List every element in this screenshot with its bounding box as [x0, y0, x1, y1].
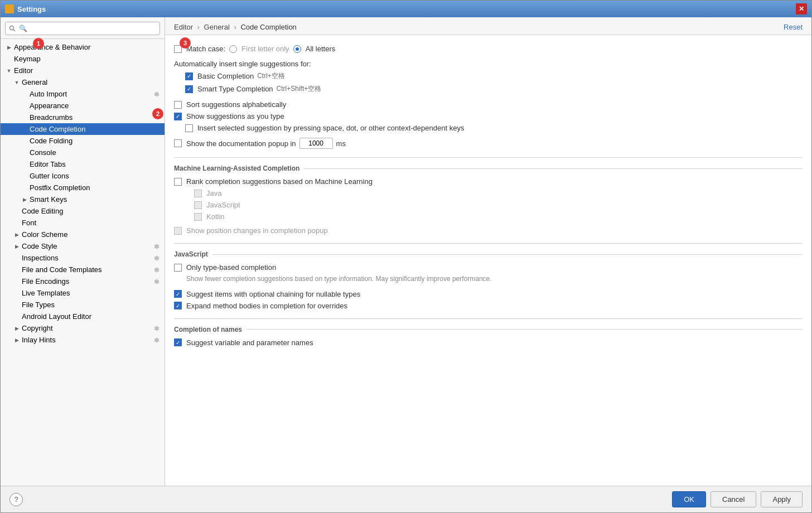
sidebar-item-label: Color Scheme: [22, 230, 160, 239]
java-label: Java: [206, 189, 221, 197]
show-position-row: Show position changes in completion popu…: [174, 225, 803, 236]
reset-button[interactable]: Reset: [784, 23, 803, 31]
optional-chaining-checkbox[interactable]: [174, 290, 182, 298]
sidebar-item-general[interactable]: ▼ General: [1, 76, 165, 88]
sidebar-item-font[interactable]: Font: [1, 217, 165, 229]
basic-completion-checkbox[interactable]: [185, 72, 193, 80]
smart-type-label: Smart Type Completion: [197, 85, 273, 93]
show-suggestions-checkbox[interactable]: [174, 113, 182, 120]
expand-method-row: Expand method bodies in completion for o…: [174, 300, 803, 312]
expand-icon: ▼: [5, 67, 13, 75]
gear-icon: [153, 267, 160, 273]
expand-spacer: [21, 161, 28, 168]
insert-space-checkbox[interactable]: [185, 124, 193, 132]
gear-icon: [153, 91, 160, 98]
sidebar-item-code-editing[interactable]: Code Editing: [1, 205, 165, 217]
divider-names: [174, 318, 803, 319]
sidebar-item-copyright[interactable]: ▶ Copyright: [1, 322, 165, 334]
sort-alpha-label: Sort suggestions alphabetically: [186, 100, 286, 109]
ms-label: ms: [336, 139, 346, 148]
kotlin-label: Kotlin: [206, 212, 225, 221]
apply-button[interactable]: Apply: [761, 491, 803, 507]
sidebar-item-file-types[interactable]: File Types: [1, 299, 165, 311]
rank-ml-checkbox[interactable]: [174, 178, 182, 186]
smart-type-checkbox[interactable]: [185, 85, 193, 93]
suggest-variable-label: Suggest variable and parameter names: [186, 338, 313, 347]
expand-method-checkbox[interactable]: [174, 302, 182, 309]
java-row: Java: [174, 187, 803, 199]
expand-icon: ▼: [13, 79, 21, 86]
sidebar-item-postfix-completion[interactable]: Postfix Completion: [1, 182, 165, 193]
show-doc-checkbox[interactable]: [174, 139, 182, 147]
search-box: [1, 17, 165, 39]
gear-icon: [153, 243, 160, 250]
all-letters-radio[interactable]: [293, 45, 301, 53]
expand-spacer: [21, 172, 28, 180]
sidebar-item-file-encodings[interactable]: File Encodings: [1, 275, 165, 287]
search-input[interactable]: [5, 22, 160, 35]
show-position-checkbox[interactable]: [174, 227, 182, 235]
expand-icon: ▶: [5, 43, 13, 51]
java-checkbox[interactable]: [194, 190, 202, 197]
sidebar-item-gutter-icons[interactable]: Gutter Icons: [1, 170, 165, 182]
close-button[interactable]: ✕: [796, 3, 807, 14]
optional-chaining-label: Suggest items with optional chaining for…: [186, 290, 360, 298]
sidebar-item-editor-tabs[interactable]: Editor Tabs: [1, 158, 165, 170]
sidebar-item-label: Copyright: [22, 324, 153, 332]
first-letter-label: First letter only: [241, 45, 289, 53]
sidebar-item-editor[interactable]: ▼ Editor: [1, 65, 165, 76]
sidebar-item-label: Keymap: [14, 55, 160, 63]
completion-names-label: Completion of names: [174, 326, 803, 333]
sidebar-item-appearance-behavior[interactable]: ▶ Appearance & Behavior 1: [1, 41, 165, 53]
basic-completion-label: Basic Completion: [197, 72, 254, 80]
sidebar-item-inlay-hints[interactable]: ▶ Inlay Hints: [1, 334, 165, 346]
sidebar-item-android-layout-editor[interactable]: Android Layout Editor: [1, 311, 165, 322]
badge-2: 2: [152, 108, 163, 119]
sidebar-item-code-completion[interactable]: Code Completion: [1, 123, 165, 135]
sort-alpha-checkbox[interactable]: [174, 101, 182, 109]
help-button[interactable]: ?: [9, 493, 23, 506]
main-content: ▶ Appearance & Behavior 1 Keymap ▼ Edito…: [1, 17, 811, 486]
sidebar-item-color-scheme[interactable]: ▶ Color Scheme: [1, 229, 165, 240]
sidebar-item-smart-keys[interactable]: ▶ Smart Keys: [1, 193, 165, 205]
app-icon: [5, 4, 14, 13]
ml-section-label: Machine Learning-Assisted Completion: [174, 164, 803, 172]
expand-spacer: [21, 137, 28, 145]
gear-icon: [153, 278, 160, 285]
sidebar-item-appearance[interactable]: Appearance: [1, 100, 165, 112]
only-type-checkbox[interactable]: [174, 264, 182, 272]
sidebar-item-live-templates[interactable]: Live Templates: [1, 287, 165, 299]
sidebar-item-label: Editor: [14, 66, 160, 75]
sidebar-item-label: Font: [22, 219, 160, 227]
kotlin-checkbox[interactable]: [194, 213, 202, 221]
sidebar-item-console[interactable]: Console: [1, 147, 165, 158]
badge-1: 1: [33, 38, 44, 49]
show-suggestions-row: Show suggestions as you type: [174, 110, 803, 122]
ms-input[interactable]: [299, 138, 333, 149]
badge-3: 3: [180, 37, 191, 49]
main-panel: Editor › General › Code Completion Reset…: [165, 17, 811, 486]
insert-space-label: Insert selected suggestion by pressing s…: [197, 124, 464, 132]
breadcrumb-part3: Code Completion: [240, 23, 296, 31]
expand-icon: ▶: [13, 231, 21, 239]
sidebar-item-breadcrumbs[interactable]: Breadcrumbs 2: [1, 112, 165, 123]
sidebar-item-keymap[interactable]: Keymap: [1, 53, 165, 65]
suggest-variable-checkbox[interactable]: [174, 338, 182, 346]
sidebar-item-code-folding[interactable]: Code Folding: [1, 135, 165, 147]
cancel-button[interactable]: Cancel: [710, 491, 756, 507]
match-case-label: Match case:: [186, 45, 225, 53]
sidebar-item-auto-import[interactable]: Auto Import: [1, 88, 165, 100]
action-buttons: OK Cancel Apply: [672, 491, 803, 507]
sidebar-item-label: Auto Import: [30, 90, 153, 98]
bottom-bar: ? OK Cancel Apply: [1, 486, 811, 512]
first-letter-radio[interactable]: [229, 45, 237, 53]
show-doc-popup-row: Show the documentation popup in ms: [174, 136, 803, 151]
gear-icon: [153, 337, 160, 343]
only-type-row: Only type-based completion: [174, 262, 803, 273]
sidebar-item-code-style[interactable]: ▶ Code Style: [1, 240, 165, 252]
sidebar-item-file-code-templates[interactable]: File and Code Templates: [1, 264, 165, 275]
gear-icon: [153, 255, 160, 262]
javascript-checkbox[interactable]: [194, 201, 202, 209]
ok-button[interactable]: OK: [672, 491, 706, 507]
sidebar-item-inspections[interactable]: Inspections: [1, 252, 165, 264]
